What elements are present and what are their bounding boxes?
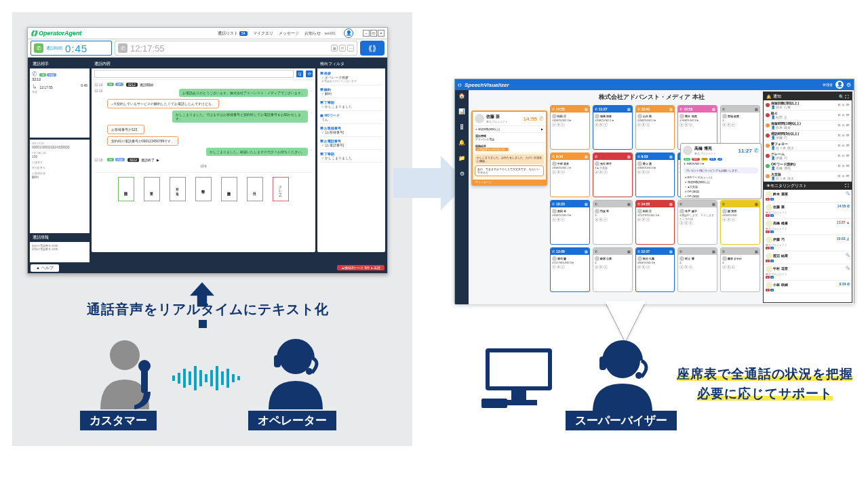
refresh-icon[interactable]: ⟳ [306,70,313,77]
notif-row[interactable]: 保留時間(10秒以上)👤 鈴木 雄喜IN外OP [764,121,852,131]
seat-card[interactable]: ✆ ▦光生 祥子✆▲大至急abc [593,152,633,197]
monitor-row[interactable]: 鈴木 麗菜🔍● ● [764,190,852,203]
speech-visualizer-window: ⟪⟫ SpeechVisualizer 管理者 👤 ⚙ 🏠 📊 🎛 🔔 📁 ⚙ … [454,79,854,304]
svg-rect-6 [189,371,191,385]
svg-rect-4 [178,373,180,384]
seat-card[interactable]: ✆ 18:23▦真田 卓✆INBOUND 0★abc [550,200,590,245]
notif-title: 通知 [773,94,781,100]
monitor-icon [481,346,556,409]
svg-rect-12 [221,371,224,385]
monitor-row[interactable]: 中村 花音🔍東北プロジェクト● ● [764,264,852,281]
side-dash-icon[interactable]: 📊 [458,108,465,115]
avatar-icon[interactable]: 👤 [835,81,844,89]
svg-rect-11 [216,366,218,390]
notif-row[interactable]: 怒り👤 松田 正IN外OP [764,110,852,121]
customer-icon [94,335,168,409]
side-gear-icon[interactable]: ⚙ [460,171,465,177]
monitor-row[interactable]: 伊藤 巧15:53 よ東北プロジェクト● ● [764,235,852,251]
side-home-icon[interactable]: 🏠 [458,93,465,99]
svg-rect-25 [599,357,606,370]
seat-card[interactable]: ✆ 11:27▦相馬 加奈✆INBOUND 0★abc [593,105,633,150]
sound-icon: ⟪⟫ [31,30,37,37]
duration-value: 0:45 [65,43,87,54]
svg-rect-23 [481,399,507,408]
filter-title: 検出フィルタ [317,60,385,68]
nav-myquery[interactable]: マイクエリ [253,30,273,37]
seat-card[interactable]: ✆ 14:55▦松田 正✆OUTBOUND 3★abc [635,200,675,245]
seat-card[interactable]: ✆ 12:27▦秋吉 久義✆NBOUND 0★abc [635,247,675,292]
gear-icon[interactable]: ⚙ [846,82,851,88]
convo-search-input[interactable] [94,70,294,78]
monitor-row[interactable]: 小林 咲綺9:34 ✆● ● [764,281,852,293]
caption-right: 座席表で全通話の状況を把握必要に応じてサポート [677,365,853,403]
svg-rect-8 [199,370,202,386]
nav-notice[interactable]: お知らせ [304,30,321,37]
handset-icon: ✆ [32,70,39,77]
side-bell-icon[interactable]: 🔔 [458,140,465,146]
nav-message[interactable]: メッセージ [279,30,299,37]
nav-call-list[interactable]: 通話リスト 54 [218,30,247,37]
monitor-row[interactable]: 佐藤 葵14:55 ✆東北プロジェクト● ● [764,203,852,219]
sv-sidebar: 🏠 📊 🎛 🔔 📁 ⚙ [455,90,469,304]
seat-card[interactable]: ✆ 14:55▦松田 正✆INBOUND 0★abc [550,105,590,150]
oa-timer-bar: ✆ 通話時間 0:45 ✆ 12:17:55 ▦⟳⋯ ⟪⟫ [28,39,387,58]
emotion-marks: 通話時間 重要 折り返し 回答待ち 通話保留 注目 クレーム [94,172,313,205]
window-controls[interactable]: −▭× [363,30,384,37]
seat-grid: ✆ 14:55▦松田 正✆INBOUND 0★abc✆ 11:27▦相馬 加奈✆… [550,105,760,300]
user-id: test001 [325,31,336,35]
soundwave-icon [172,366,240,390]
svg-rect-9 [205,374,208,382]
seat-card[interactable]: ✆ 9:53▦野上 遥✆INBOUND 0★abc [635,152,675,197]
filter-column: 検出フィルタ ▣ 挨拶オペレータ挨拶お電話ありがとうございます▣ 解約解約▣ 丁… [317,60,385,252]
duration-label: 通話時間 [46,45,62,52]
seat-card[interactable]: ✆ 9:34▦中村 花音✆INBOUND 2★abc [550,152,590,197]
seat-card[interactable]: ✆ ▦鈴原 心菜✆abc [593,247,633,292]
notif-row[interactable]: OKワード(契約)👤 高橋 博亮IN外OP [764,161,852,171]
cu-bubble: ↓今契約しているサービスの解約したくてお電話したんですけども。 [107,99,219,108]
supervisor-label: スーパーバイザー [566,411,677,430]
small-square-icon [199,320,207,328]
notif-row[interactable]: 大至急👤 佐々木 洸太IN外OP [764,171,852,182]
side-folder-icon[interactable]: 📁 [458,155,465,161]
seat-card[interactable]: ✆ ▦木戸 綾子✆通話中します。そうしますとこちらはabc [677,200,717,245]
customer-label: カスタマー [80,411,157,430]
svg-rect-3 [172,375,175,381]
seat-card[interactable]: ✆ ▦謝 克明✆INBOUNDabc [720,200,760,245]
seat-popup: 佐藤 葵東北プロジェクト14:55✆ ● 保留回数(3回以上)▶ 通話情報アドバ… [471,110,547,186]
supervisor-icon [580,338,667,412]
wave-button[interactable]: ⟪⟫ [360,41,384,56]
seat-card[interactable]: ✆ ▦村上 耀✆abc [677,247,717,292]
company-title: 株式会社アドバンスト・メディア 本社 [564,93,740,102]
notif-row[interactable]: 通話時間(5分以上)👤 伊藤 巧IN外OP [764,131,852,141]
seat-card[interactable]: ✆ 13:43▦山本 祐✆INBOUND 5★abc [635,105,675,150]
search-icon[interactable]: Q [296,70,303,77]
alarm-badge[interactable]: ▲検知3ケース 5件 ● 未読 [337,265,384,270]
operator-agent-window: ⟪⟫OperatorAgent 通話リスト 54 マイクエリ メッセージ お知ら… [27,27,388,274]
notif-row[interactable]: 要フォロー👤 佐々木 洸太IN外OP [764,141,852,151]
monitor-row[interactable]: 高橋 雄喜11:27 ▲東北プロジェクト● ● [764,219,852,235]
partner-column: 通話相手 ✆ IN内線 3212 ↳ 12:17:55 0:45 発信 IVR … [30,60,90,252]
sv-titlebar: ⟪⟫ SpeechVisualizer 管理者 👤 ⚙ [455,79,854,90]
clock-box: ✆ 12:17:55 ▦⟳⋯ [115,41,357,56]
seat-detail: 高橋 博亮東北プロジェクト11:27✆ 東京TEST0123STL+2 ✆ IN… [680,143,762,199]
left-panel: ⟪⟫OperatorAgent 通話リスト 54 マイクエリ メッセージ お知ら… [12,12,412,446]
monitor-row[interactable]: 渡辺 結菜🔍● ● [764,251,852,264]
right-panel: ⟪⟫ SpeechVisualizer 管理者 👤 ⚙ 🏠 📊 🎛 🔔 📁 ⚙ … [435,12,856,446]
oa-nav: 通話リスト 54 マイクエリ メッセージ お知らせ [218,30,320,37]
seat-card[interactable]: ✆ 13:09▦酒勾 慶✆OUTBOUND 0★abc [550,247,590,292]
svg-rect-10 [210,370,213,386]
svg-rect-5 [183,369,186,388]
notif-row[interactable]: 保留回数(3回以上)👤 鈴原 心菜IN外OP [764,100,852,110]
seat-card[interactable]: ✆ ▦司波 琴✆abc [593,200,633,245]
notif-row[interactable]: クレーム👤 伊藤 巧IN外OP [764,151,852,161]
oa-titlebar: ⟪⟫OperatorAgent 通話リスト 54 マイクエリ メッセージ お知ら… [28,28,387,39]
svg-point-0 [110,340,140,370]
seat-card[interactable]: ✆ ▦藤谷 さやか✆abc [720,247,760,292]
svg-point-2 [138,360,151,372]
side-mixer-icon[interactable]: 🎛 [459,124,465,130]
avatar-icon[interactable]: 👤 [344,28,353,38]
help-button[interactable]: ▲ ヘルプ [31,264,59,272]
partner-title: 通話相手 [30,60,90,68]
svg-rect-21 [511,390,526,400]
oa-logo: ⟪⟫OperatorAgent [31,30,82,37]
